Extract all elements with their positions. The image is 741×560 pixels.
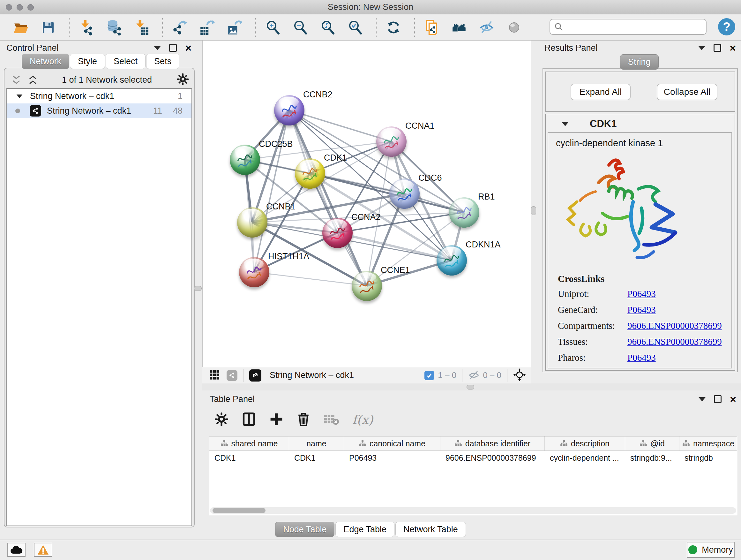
panel-menu-icon[interactable] — [698, 46, 705, 50]
panel-menu-icon[interactable] — [154, 46, 161, 50]
cell-canonical-name[interactable]: P06493 — [344, 451, 441, 465]
node-CCNB1[interactable] — [237, 207, 267, 238]
node-table[interactable]: shared namenamecanonical namedatabase id… — [209, 436, 737, 515]
hide-details-eye-icon[interactable] — [478, 19, 495, 36]
cell-shared-name[interactable]: CDK1 — [209, 451, 289, 465]
column-header-namespace[interactable]: namespace — [679, 436, 737, 450]
panel-float-icon[interactable] — [714, 395, 722, 403]
memory-button[interactable]: Memory — [687, 542, 735, 558]
node-CCNA1[interactable] — [376, 126, 407, 157]
edge-CCNB2-CCNA1[interactable] — [289, 110, 391, 141]
column-header-database-identifier[interactable]: database identifier — [441, 436, 545, 450]
export-table-icon[interactable] — [199, 19, 216, 36]
tab-network[interactable]: Network — [22, 54, 69, 69]
column-header-@id[interactable]: @id — [625, 436, 679, 450]
node-CDK1[interactable] — [295, 159, 325, 189]
tab-edge-table[interactable]: Edge Table — [335, 522, 394, 537]
node-CDC6[interactable] — [389, 179, 420, 209]
window-close-icon[interactable] — [6, 4, 12, 10]
node-HIST1H1A[interactable] — [239, 257, 269, 287]
table-row[interactable]: CDK1CDK1P064939606.ENSP00000378699cyclin… — [209, 451, 737, 465]
cell-name[interactable]: CDK1 — [289, 451, 344, 465]
export-image-icon[interactable] — [226, 19, 243, 36]
zoom-fit-icon[interactable] — [319, 19, 336, 36]
edge-HIST1H1A-CCNE1[interactable] — [254, 272, 367, 286]
tab-network-table[interactable]: Network Table — [395, 522, 466, 537]
clone-network-icon[interactable] — [423, 19, 441, 36]
section-collapse-icon[interactable] — [562, 122, 569, 126]
column-header-shared-name[interactable]: shared name — [209, 436, 289, 450]
home-icon[interactable] — [451, 19, 468, 36]
cell-namespace[interactable]: stringdb — [679, 451, 737, 465]
column-header-description[interactable]: description — [545, 436, 625, 450]
network-row-selected[interactable]: String Network – cdk1 11 48 — [7, 104, 192, 118]
tab-node-table[interactable]: Node Table — [275, 522, 334, 537]
help-button[interactable]: ? — [718, 18, 735, 36]
zoom-selected-icon[interactable] — [347, 19, 364, 36]
selected-checkbox-icon[interactable] — [424, 371, 434, 380]
network-collection-row[interactable]: String Network – cdk1 1 — [7, 89, 192, 104]
expand-all-button[interactable]: Expand All — [570, 84, 630, 100]
scrollbar-thumb[interactable] — [212, 508, 266, 513]
panel-float-icon[interactable] — [714, 44, 721, 52]
column-header-canonical-name[interactable]: canonical name — [344, 436, 441, 450]
column-header-name[interactable]: name — [289, 436, 344, 450]
birdseye-grid-icon[interactable] — [209, 370, 219, 381]
open-in-window-icon[interactable] — [249, 369, 261, 381]
birdseye-toggle-icon[interactable] — [513, 368, 526, 382]
tab-string[interactable]: String — [620, 54, 659, 70]
tree-expand-icon[interactable] — [17, 94, 23, 98]
node-CDC25B[interactable] — [230, 145, 260, 175]
panel-close-icon[interactable]: × — [185, 44, 192, 52]
network-canvas[interactable]: CCNB2CCNA1CDC25BCDK1CDC6RB1CCNB1CCNA2CDK… — [202, 41, 531, 367]
crosslink-link[interactable]: 9606.ENSP00000378699 — [627, 320, 722, 331]
table-h-scrollbar[interactable] — [210, 507, 736, 514]
export-network-icon[interactable] — [171, 19, 188, 36]
cell-@id[interactable]: stringdb:9... — [625, 451, 679, 465]
collapse-all-icon[interactable] — [12, 75, 20, 84]
window-minimize-icon[interactable] — [17, 4, 23, 10]
import-network-icon[interactable] — [78, 19, 95, 36]
import-database-icon[interactable] — [105, 19, 123, 36]
crosslink-link[interactable]: P06493 — [627, 305, 656, 315]
collapse-all-button[interactable]: Collapse All — [657, 84, 718, 100]
cell-database-identifier[interactable]: 9606.ENSP00000378699 — [441, 451, 545, 465]
panel-float-icon[interactable] — [169, 44, 177, 52]
node-CCNA2[interactable] — [322, 218, 353, 248]
network-options-gear-icon[interactable] — [177, 73, 189, 86]
gene-section-header[interactable]: CDK1 — [562, 118, 721, 130]
warnings-button[interactable] — [34, 543, 52, 557]
save-session-icon[interactable] — [40, 19, 57, 36]
tab-sets[interactable]: Sets — [146, 54, 179, 69]
toolbar-search[interactable] — [549, 19, 706, 35]
tab-style[interactable]: Style — [70, 54, 105, 69]
left-splitter-handle[interactable] — [194, 286, 202, 291]
add-column-icon[interactable] — [269, 412, 283, 428]
node-CDKN1A[interactable] — [436, 245, 467, 275]
zoom-out-icon[interactable] — [292, 19, 309, 36]
crosslink-link[interactable]: P06493 — [627, 353, 656, 363]
show-columns-icon[interactable] — [242, 412, 256, 428]
expand-all-icon[interactable] — [29, 75, 37, 84]
node-CCNB2[interactable] — [274, 95, 305, 125]
tab-select[interactable]: Select — [106, 54, 145, 69]
search-input[interactable] — [563, 22, 706, 32]
zoom-in-icon[interactable] — [264, 19, 281, 36]
import-table-icon[interactable] — [133, 19, 150, 36]
cloud-button[interactable] — [7, 543, 25, 557]
panel-close-icon[interactable]: × — [730, 395, 736, 403]
panel-menu-icon[interactable] — [698, 397, 705, 401]
node-RB1[interactable] — [449, 197, 479, 228]
node-CCNE1[interactable] — [352, 271, 382, 301]
right-splitter-handle[interactable] — [531, 206, 536, 215]
crosslink-link[interactable]: P06493 — [627, 289, 656, 299]
horizontal-splitter-handle[interactable] — [467, 385, 474, 389]
show-details-eye-icon[interactable] — [506, 19, 523, 36]
refresh-icon[interactable] — [385, 19, 402, 36]
open-file-icon[interactable] — [12, 19, 29, 36]
string-view-icon[interactable] — [226, 370, 238, 381]
window-zoom-icon[interactable] — [27, 4, 34, 10]
delete-column-trash-icon[interactable] — [297, 412, 310, 428]
table-options-gear-icon[interactable] — [214, 412, 228, 428]
cell-description[interactable]: cyclin-dependent ... — [545, 451, 625, 465]
